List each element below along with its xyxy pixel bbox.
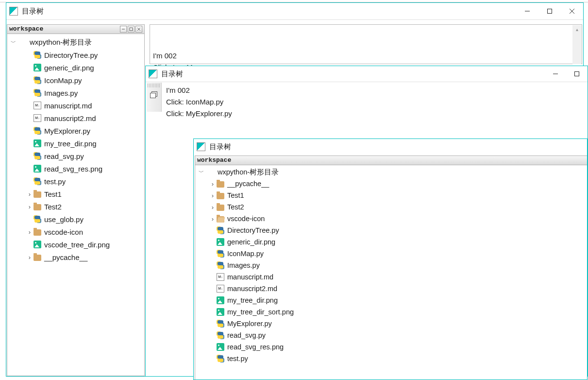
workspace-panel-title: workspace — [197, 156, 231, 165]
log-scrollbar[interactable]: ▴ — [572, 25, 581, 64]
expander-placeholder: · — [209, 332, 217, 339]
window-title: 目录树 — [22, 7, 44, 16]
tree-item[interactable]: ·vscode_tree_dir.png — [9, 238, 144, 251]
tree-item[interactable]: ›Test2 — [197, 201, 587, 213]
tree-item[interactable]: ·M↓manuscript2.md — [197, 283, 587, 294]
tree-item[interactable]: ›__pycache__ — [9, 251, 144, 263]
tree-item[interactable]: ›Test2 — [9, 200, 144, 213]
tree-item-label: Test1 — [44, 190, 62, 198]
tree-item-label: IconMap.py — [227, 250, 264, 258]
expander-placeholder: · — [26, 241, 34, 248]
tree-item[interactable]: ·test.py — [9, 175, 144, 188]
tree-item[interactable]: ·read_svg.py — [9, 150, 144, 162]
tree-item[interactable]: ·my_tree_dir_sort.png — [197, 306, 587, 318]
python-file-icon — [217, 250, 224, 258]
tree-item[interactable]: ·my_tree_dir.png — [197, 294, 587, 306]
expander-placeholder: · — [26, 89, 34, 97]
tree-item-label: read_svg.py — [44, 152, 84, 160]
tree-item[interactable]: ›vscode-icon — [197, 213, 587, 225]
directory-tree[interactable]: ﹀wxpython-树形目录·DirectoryTree.py·generic_… — [7, 34, 144, 263]
aui-toolbar[interactable] — [147, 83, 162, 112]
tree-item[interactable]: ·generic_dir.png — [9, 61, 144, 74]
window-controls — [545, 66, 588, 82]
close-icon — [569, 8, 575, 14]
python-file-icon — [34, 51, 41, 59]
minimize-button[interactable] — [545, 66, 566, 82]
window-controls — [516, 3, 583, 19]
image-file-icon — [34, 139, 41, 147]
panel-minimize-button[interactable] — [120, 26, 127, 33]
log-textbox[interactable]: I'm 002 Click: IconMap.py Click: MyExplo… — [163, 83, 587, 127]
tree-item[interactable]: ›__pycache__ — [197, 178, 587, 190]
chevron-right-icon[interactable]: › — [26, 254, 34, 261]
chevron-right-icon[interactable]: › — [209, 180, 217, 188]
tree-item-label: my_tree_dir.png — [227, 296, 278, 304]
tree-root-row[interactable]: ﹀wxpython-树形目录 — [197, 166, 587, 178]
tree-item[interactable]: ·generic_dir.png — [197, 236, 587, 248]
tree-item[interactable]: ·M↓manuscript2.md — [9, 112, 144, 124]
tree-item[interactable]: ·DirectoryTree.py — [197, 225, 587, 236]
tree-item[interactable]: ·M↓manuscript.md — [197, 271, 587, 283]
panel-minimize-icon — [121, 27, 125, 31]
tree-item-label: my_tree_dir.png — [44, 139, 97, 148]
log-textbox[interactable]: I'm 002 Click: IconMap.py Click: MyExplo… — [150, 24, 582, 64]
expander-placeholder: · — [26, 140, 34, 147]
tree-item[interactable]: ·DirectoryTree.py — [9, 49, 144, 61]
image-file-icon — [217, 296, 224, 304]
tree-item[interactable]: ·read_svg_res.png — [197, 341, 587, 353]
folder-icon — [34, 191, 41, 198]
tree-root-label: wxpython-树形目录 — [30, 38, 92, 47]
titlebar[interactable]: 目录树 — [146, 66, 588, 82]
image-file-icon — [217, 308, 224, 316]
tree-item-label: use_glob.py — [44, 215, 84, 224]
python-file-icon — [34, 76, 41, 84]
titlebar[interactable]: 目录树 — [6, 3, 583, 20]
folder-icon — [217, 205, 224, 211]
tree-item[interactable]: ›Test1 — [197, 190, 587, 201]
tree-root-row[interactable]: ﹀wxpython-树形目录 — [9, 36, 144, 49]
maximize-button[interactable] — [538, 3, 561, 19]
close-button[interactable] — [561, 3, 583, 19]
tree-item[interactable]: ›vscode-icon — [9, 225, 144, 238]
chevron-right-icon[interactable]: › — [26, 228, 34, 236]
tree-item[interactable]: ·Images.py — [9, 86, 144, 99]
minimize-button[interactable] — [516, 3, 538, 19]
expander-placeholder: · — [209, 227, 217, 234]
tree-item[interactable]: ·M↓manuscript.md — [9, 99, 144, 112]
maximize-button[interactable] — [566, 66, 588, 82]
svg-rect-1 — [548, 9, 552, 14]
tree-item[interactable]: ·read_svg_res.png — [9, 162, 144, 175]
tree-item[interactable]: ·test.py — [197, 353, 587, 364]
tree-item[interactable]: ·my_tree_dir.png — [9, 137, 144, 150]
workspace-panel-header[interactable]: workspace — [195, 156, 587, 165]
tree-item[interactable]: ·MyExplorer.py — [9, 124, 144, 137]
image-file-icon — [34, 241, 41, 248]
panel-maximize-button[interactable] — [128, 26, 134, 33]
folder-icon — [217, 193, 224, 199]
chevron-right-icon[interactable]: › — [209, 215, 217, 223]
tree-item[interactable]: ›Test1 — [9, 188, 144, 200]
chevron-down-icon[interactable]: ﹀ — [9, 39, 17, 46]
titlebar[interactable]: 目录树 — [194, 139, 587, 155]
tree-item[interactable]: ·MyExplorer.py — [197, 318, 587, 329]
tree-item[interactable]: ·IconMap.py — [9, 74, 144, 86]
chevron-right-icon[interactable]: › — [209, 192, 217, 199]
panel-close-button[interactable] — [135, 26, 142, 33]
tree-item[interactable]: ·read_svg.py — [197, 329, 587, 341]
expander-placeholder: · — [209, 274, 217, 281]
tree-item[interactable]: ·IconMap.py — [197, 248, 587, 259]
tree-item[interactable]: ·Images.py — [197, 259, 587, 271]
chevron-right-icon[interactable]: › — [26, 190, 34, 198]
markdown-file-icon: M↓ — [217, 285, 224, 293]
workspace-panel-header[interactable]: workspace — [7, 25, 144, 34]
restore-panes-icon[interactable] — [150, 91, 158, 98]
chevron-right-icon[interactable]: › — [209, 204, 217, 211]
workspace-panel: workspace ﹀wxpython-树形目录·DirectoryTree.p… — [7, 24, 145, 376]
expander-placeholder: · — [209, 239, 217, 246]
directory-tree[interactable]: ﹀wxpython-树形目录›__pycache__›Test1›Test2›v… — [195, 165, 587, 364]
tree-item-label: __pycache__ — [44, 253, 87, 261]
tree-item[interactable]: ·use_glob.py — [9, 213, 144, 225]
python-file-icon — [34, 177, 41, 185]
chevron-down-icon[interactable]: ﹀ — [197, 169, 205, 176]
chevron-right-icon[interactable]: › — [26, 203, 34, 210]
